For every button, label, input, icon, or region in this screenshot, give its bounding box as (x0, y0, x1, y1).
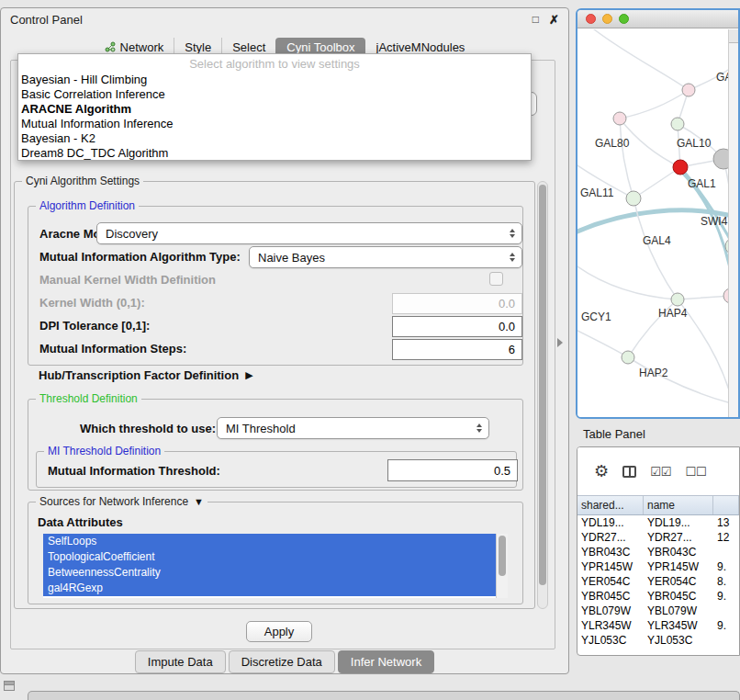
attribute-item[interactable]: SelfLoops (43, 534, 496, 549)
tab-label: jActiveMNodules (376, 41, 465, 53)
mi-steps-value: 6 (509, 343, 515, 356)
mi-steps-field[interactable]: 6 (392, 339, 522, 360)
aracne-mode-select[interactable]: Discovery (96, 222, 522, 244)
table-cell (713, 633, 739, 648)
table-cell (713, 604, 739, 618)
network-edge[interactable] (678, 296, 728, 299)
combo-arrows-icon (477, 423, 482, 433)
gear-icon[interactable]: ⚙ (594, 463, 609, 480)
attributes-scrollbar[interactable] (496, 534, 508, 598)
apply-button[interactable]: Apply (246, 621, 312, 642)
table-row[interactable]: YPR145WYPR145W9. (577, 559, 739, 574)
select-all-checkboxes-icon[interactable]: ☑☑ (650, 466, 671, 478)
table-row[interactable]: YLR345WYLR345W9. (577, 618, 739, 633)
network-edge[interactable] (594, 29, 689, 90)
float-window-icon[interactable]: □ (533, 13, 539, 26)
settings-scrollbar[interactable] (537, 181, 548, 609)
close-icon[interactable]: ✗ (549, 13, 559, 27)
sources-title-label: Sources for Network Inference (39, 495, 188, 508)
settings-scrollbar-thumb[interactable] (539, 185, 546, 585)
settings-group-title: Cyni Algorithm Settings (22, 175, 143, 187)
minimize-traffic-light[interactable] (602, 14, 612, 24)
network-edge[interactable] (620, 90, 689, 119)
column-header-name[interactable]: name (644, 496, 713, 514)
network-node[interactable] (671, 118, 684, 130)
mi-threshold-definition-group: MI Threshold Definition Mutual Informati… (36, 451, 517, 488)
attribute-item[interactable]: TopologicalCoefficient (43, 549, 496, 565)
algorithm-option[interactable]: Dream8 DC_TDC Algorithm (18, 146, 531, 161)
table-cell: 12 (713, 530, 739, 545)
network-node[interactable] (626, 191, 641, 206)
columns-icon[interactable] (622, 466, 636, 478)
table-row[interactable]: YER054CYER054C8. (577, 574, 739, 589)
hub-section-header[interactable]: Hub/Transcription Factor Definition ▶ (39, 368, 253, 382)
dpi-tolerance-field[interactable]: 0.0 (392, 316, 522, 337)
node-label: GAL10 (677, 137, 712, 150)
mi-type-select[interactable]: Naive Bayes (249, 246, 522, 268)
algorithm-option[interactable]: Bayesian - Hill Climbing (18, 73, 531, 87)
table-row[interactable]: YJL053CYJL053C (577, 633, 739, 648)
table-cell: YPR145W (644, 559, 713, 574)
attribute-item[interactable]: BetweennessCentrality (43, 565, 496, 581)
node-label: SWI4 (701, 215, 728, 228)
algorithm-option[interactable]: Mutual Information Inference (18, 117, 531, 131)
network-scrollbar[interactable] (728, 29, 738, 417)
network-node[interactable] (613, 112, 626, 125)
zoom-traffic-light[interactable] (619, 14, 629, 24)
table-row[interactable]: YDR27...YDR27...12 (577, 530, 739, 545)
network-edge[interactable] (577, 331, 628, 357)
column-header-partial[interactable] (713, 496, 739, 514)
restore-panel-icon[interactable] (4, 681, 15, 691)
network-edge[interactable] (620, 119, 633, 198)
attributes-scrollbar-thumb[interactable] (499, 536, 506, 576)
table-cell: YBL079W (644, 604, 713, 618)
network-scrollbar-button[interactable] (729, 29, 738, 43)
node-label: GAL1 (688, 177, 716, 190)
tab-label: Network (120, 41, 164, 53)
network-node[interactable] (622, 351, 634, 364)
close-traffic-light[interactable] (586, 14, 596, 24)
algorithm-option[interactable]: Bayesian - K2 (18, 131, 531, 146)
kernel-width-field[interactable]: 0.0 (392, 293, 522, 314)
network-node[interactable] (673, 160, 688, 175)
manual-kernel-checkbox[interactable] (489, 272, 503, 286)
table-cell: YDR27... (644, 530, 713, 545)
algorithm-dropdown-popup: Select algorithm to view settings Bayesi… (17, 53, 532, 161)
network-node[interactable] (682, 84, 695, 96)
network-edge[interactable] (628, 357, 728, 402)
deselect-all-checkboxes-icon[interactable]: ☐☐ (685, 466, 706, 478)
algorithm-option[interactable]: Basic Correlation Inference (18, 87, 531, 102)
network-node[interactable] (671, 293, 684, 306)
tab-impute-data[interactable]: Impute Data (135, 650, 226, 673)
network-edge[interactable] (633, 167, 680, 198)
panel-splitter-arrow[interactable] (557, 338, 563, 347)
table-row[interactable]: YBL079WYBL079W (577, 604, 739, 618)
table-cell: YBL079W (577, 604, 644, 618)
collapsed-bottom-panel[interactable] (28, 691, 740, 700)
mi-threshold-field[interactable]: 0.5 (387, 459, 518, 481)
sources-group-title[interactable]: Sources for Network Inference ▼ (36, 495, 207, 508)
network-svg: GALGAL80GAL10GAL11GAL1SWI4GAL4GCY1HAP4HA… (577, 29, 728, 417)
bottom-tabbar: Impute Data Discretize Data Infer Networ… (1, 650, 568, 673)
table-row[interactable]: YBR045CYBR045C9. (577, 589, 739, 604)
tab-label: Style (185, 41, 211, 53)
algorithm-option-selected[interactable]: ARACNE Algorithm (18, 102, 531, 117)
table-cell: YBR043C (577, 545, 644, 559)
dpi-tolerance-value: 0.0 (499, 320, 515, 333)
expand-right-icon: ▶ (245, 369, 252, 381)
table-cell: YBR045C (577, 589, 644, 604)
table-cell: YJL053C (577, 633, 644, 648)
data-attributes-list[interactable]: SelfLoopsTopologicalCoefficientBetweenne… (43, 534, 508, 598)
which-threshold-select[interactable]: MI Threshold (217, 417, 489, 439)
tab-infer-network[interactable]: Infer Network (338, 650, 434, 673)
table-row[interactable]: YBR043CYBR043C (577, 545, 739, 559)
combo-arrows-icon (510, 229, 515, 238)
kernel-width-label: Kernel Width (0,1): (39, 296, 145, 310)
table-row[interactable]: YDL19...YDL19...13 (577, 515, 739, 530)
table-cell (713, 545, 739, 559)
network-canvas[interactable]: GALGAL80GAL10GAL11GAL1SWI4GAL4GCY1HAP4HA… (577, 29, 728, 417)
column-header-shared-name[interactable]: shared... (577, 496, 644, 514)
attribute-item[interactable]: gal4RGexp (43, 581, 496, 596)
network-edge[interactable] (577, 266, 678, 299)
tab-discretize-data[interactable]: Discretize Data (229, 650, 335, 673)
